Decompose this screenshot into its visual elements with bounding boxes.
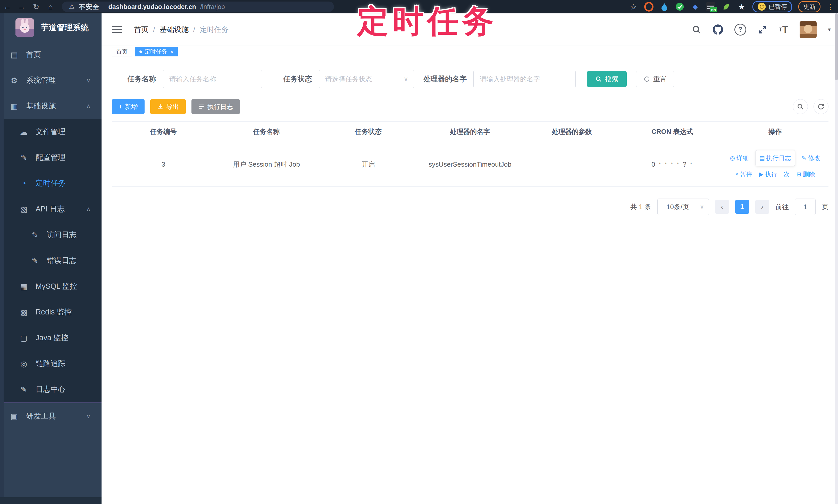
back-icon[interactable]: ←	[0, 2, 14, 11]
user-avatar[interactable]	[800, 21, 817, 38]
sidebar-item-config-mgmt[interactable]: ✎ 配置管理	[0, 145, 102, 170]
profile-paused-badge[interactable]: 已暂停	[752, 1, 792, 12]
trash-icon: ⊟	[797, 171, 801, 178]
sidebar-item-scheduled-jobs[interactable]: ◔ 定时任务	[0, 170, 102, 196]
scrollbar-thumb[interactable]	[835, 13, 838, 80]
job-name-input[interactable]	[163, 70, 262, 88]
page-size-select[interactable]: 10条/页 ∨	[657, 199, 709, 215]
breadcrumb-infrastructure[interactable]: 基础设施	[160, 25, 189, 35]
sidebar-item-redis-monitor[interactable]: ▩ Redis 监控	[0, 299, 102, 325]
navbar: 首页 / 基础设施 / 定时任务 ? TT	[102, 13, 838, 46]
export-button[interactable]: 导出	[150, 99, 186, 114]
col-cron: CRON 表达式	[622, 122, 722, 142]
prev-page-button[interactable]: ‹	[715, 200, 729, 214]
sidebar-bottom-strip	[0, 497, 102, 504]
delete-link[interactable]: ⊟ 删除	[797, 170, 815, 179]
job-status-select[interactable]: 请选择任务状态 ∨	[319, 70, 414, 88]
fullscreen-icon[interactable]	[757, 25, 767, 35]
browser-toolbar-right: ☆ ◆ on ★ 已暂停 更新 ⋮	[629, 0, 834, 13]
page-1-button[interactable]: 1	[735, 200, 749, 214]
extension-leaf-icon[interactable]	[721, 2, 731, 11]
reset-button[interactable]: 重置	[636, 71, 674, 87]
search-icon[interactable]	[692, 25, 701, 35]
app-title: 芋道管理系统	[41, 22, 89, 33]
github-icon[interactable]	[713, 24, 723, 35]
sidebar-item-trace[interactable]: ◎ 链路追踪	[0, 351, 102, 377]
sidebar-item-mysql-monitor[interactable]: ▦ MySQL 监控	[0, 273, 102, 299]
tab-label: 首页	[116, 48, 127, 56]
edit-link[interactable]: ✎ 修改	[802, 154, 820, 162]
refresh-button[interactable]	[814, 99, 828, 114]
breadcrumb-separator: /	[153, 25, 155, 34]
chevron-up-icon: ∧	[86, 103, 91, 110]
run-once-link[interactable]: ▶ 执行一次	[759, 170, 790, 179]
sidebar-item-label: Redis 监控	[36, 307, 72, 317]
sidebar-item-error-log[interactable]: ✎ 错误日志	[0, 248, 102, 273]
update-button[interactable]: 更新	[798, 1, 820, 12]
sidebar-item-log-center[interactable]: ✎ 日志中心	[0, 377, 102, 402]
total-label: 共 1 条	[630, 202, 651, 212]
warning-icon: ⚠	[69, 3, 75, 10]
sidebar-item-system-mgmt[interactable]: ⚙ 系统管理 ∨	[0, 68, 102, 93]
sidebar-item-access-log[interactable]: ✎ 访问日志	[0, 222, 102, 248]
col-actions: 操作	[722, 122, 828, 142]
next-page-button[interactable]: ›	[755, 200, 769, 214]
tab-home[interactable]: 首页	[112, 47, 132, 56]
bookmark-star-icon[interactable]: ☆	[629, 2, 638, 11]
sidebar-item-dev-tools[interactable]: ▣ 研发工具 ∨	[0, 403, 102, 429]
goto-label: 前往	[775, 202, 789, 212]
java-monitor-icon: ▢	[19, 334, 29, 343]
clock-icon: ◔	[19, 179, 29, 188]
sidebar: 芋道管理系统 ▤ 首页 ⚙ 系统管理 ∨ ▥ 基础设施 ∧ ☁ 文件管理	[0, 13, 102, 504]
handler-name-input[interactable]	[473, 70, 576, 88]
refresh-icon	[817, 103, 825, 110]
font-size-icon[interactable]: TT	[779, 24, 788, 35]
exec-log-button[interactable]: 执行日志	[191, 99, 240, 114]
home-icon[interactable]: ⌂	[43, 2, 58, 11]
hamburger-icon[interactable]	[112, 26, 122, 33]
help-icon[interactable]: ?	[734, 24, 746, 36]
breadcrumb-home[interactable]: 首页	[134, 25, 149, 35]
caret-down-icon[interactable]: ▾	[828, 26, 831, 33]
reset-button-label: 重置	[653, 75, 667, 84]
tags-bar: 首页 定时任务 ×	[102, 46, 838, 58]
sidebar-item-label: 定时任务	[36, 178, 66, 188]
browser-menu-icon[interactable]: ⋮	[827, 2, 834, 11]
toggle-search-button[interactable]	[793, 99, 808, 114]
extension-orange-icon[interactable]	[644, 2, 653, 11]
extension-green-check-icon[interactable]	[675, 2, 684, 11]
cell-handler-name: sysUserSessionTimeoutJob	[418, 158, 522, 170]
search-button[interactable]: 搜索	[587, 71, 627, 87]
cell-job-status: 开启	[318, 160, 418, 169]
sidebar-item-file-mgmt[interactable]: ☁ 文件管理	[0, 119, 102, 145]
sidebar-item-label: API 日志	[36, 204, 65, 214]
app-logo-row[interactable]: 芋道管理系统	[0, 13, 102, 42]
detail-link[interactable]: ◎ 详细	[730, 154, 749, 162]
sidebar-item-java-monitor[interactable]: ▢ Java 监控	[0, 325, 102, 351]
close-icon[interactable]: ×	[170, 49, 173, 55]
address-bar[interactable]: ⚠ 不安全 dashboard.yudao.iocoder.cn/infra/j…	[62, 2, 334, 12]
sidebar-item-infrastructure[interactable]: ▥ 基础设施 ∧	[0, 93, 102, 119]
extension-star-icon[interactable]: ★	[737, 2, 746, 11]
window-scrollbar[interactable]	[835, 13, 838, 504]
sidebar-item-label: 文件管理	[36, 127, 66, 137]
tab-scheduled-jobs[interactable]: 定时任务 ×	[135, 47, 178, 56]
add-button[interactable]: + 新增	[112, 99, 144, 114]
forward-icon[interactable]: →	[14, 2, 29, 11]
goto-page-input[interactable]	[795, 199, 816, 215]
extension-drop-icon[interactable]	[660, 2, 669, 11]
sidebar-menu: ▤ 首页 ⚙ 系统管理 ∨ ▥ 基础设施 ∧ ☁ 文件管理 ✎ 配置管	[0, 42, 102, 429]
reload-icon[interactable]: ↻	[29, 2, 43, 11]
sidebar-item-api-log[interactable]: ▧ API 日志 ∧	[0, 196, 102, 222]
export-button-label: 导出	[166, 103, 179, 111]
log-icon: ▤	[760, 155, 765, 161]
extension-gem-icon[interactable]: ◆	[691, 2, 700, 11]
eye-icon: ◎	[730, 155, 735, 161]
sidebar-item-home[interactable]: ▤ 首页	[0, 42, 102, 68]
extension-list-icon[interactable]: on	[706, 2, 715, 11]
search-icon	[595, 76, 602, 83]
access-log-icon: ✎	[30, 231, 40, 239]
exec-log-link[interactable]: ▤ 执行日志	[755, 150, 795, 166]
pause-link[interactable]: × 暂停	[735, 170, 752, 179]
page-size-value: 10条/页	[666, 202, 689, 212]
